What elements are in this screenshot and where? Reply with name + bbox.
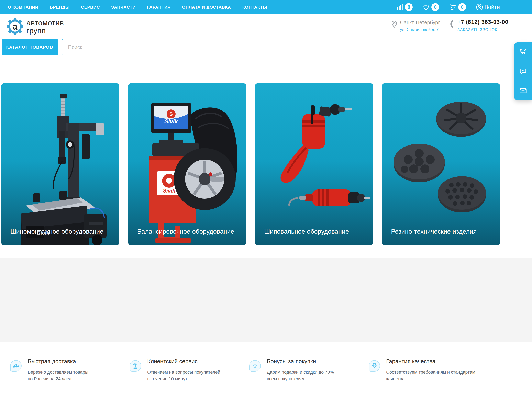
feature-title: Бонусы за покупки bbox=[267, 358, 334, 365]
category-card-tire-mounting[interactable]: Sivik Шиномонтажное оборудование bbox=[1, 83, 119, 245]
favorites-count-badge: 0 bbox=[432, 3, 439, 11]
topbar-actions: 0 0 0 bbox=[396, 0, 500, 14]
category-card-studding[interactable]: Шиповальное оборудование bbox=[255, 83, 373, 245]
callback-link[interactable]: ЗАКАЗАТЬ ЗВОНОК bbox=[457, 28, 508, 32]
category-card-rubber-products[interactable]: Резино-технические изделия bbox=[382, 83, 500, 245]
chat-icon bbox=[519, 67, 527, 75]
logo-line-2: групп bbox=[26, 27, 64, 35]
top-bar: О КОМПАНИИ БРЕНДЫ СЕРВИС ЗАПЧАСТИ ГАРАНТ… bbox=[0, 0, 532, 14]
category-label: Шиповальное оборудование bbox=[264, 228, 349, 235]
feature-fast-delivery: Быстрая доставка Бережно доставляем това… bbox=[10, 358, 125, 382]
gear-logo-icon: a bbox=[6, 17, 24, 36]
email-float-button[interactable] bbox=[514, 81, 532, 100]
wheel-balancer-image: S Sivik Sivik bbox=[128, 83, 246, 245]
floating-contact-panel bbox=[514, 42, 532, 100]
feature-line-1: Соответствуем требованиям и стандартам bbox=[386, 369, 475, 375]
studding-guns-image bbox=[255, 83, 373, 245]
compare-count-badge: 0 bbox=[405, 3, 413, 11]
search-input[interactable] bbox=[62, 39, 502, 55]
page: О КОМПАНИИ БРЕНДЫ СЕРВИС ЗАПЧАСТИ ГАРАНТ… bbox=[0, 0, 532, 396]
compare-icon bbox=[396, 4, 403, 11]
phone-icon bbox=[449, 20, 454, 32]
feature-line-2: качества bbox=[386, 375, 475, 382]
diamond-icon bbox=[369, 360, 380, 372]
cart-count-badge: 0 bbox=[458, 3, 466, 11]
feature-purchase-bonuses: Бонусы за покупки Дарим подарки и скидки… bbox=[249, 358, 364, 382]
nav-contacts[interactable]: КОНТАКТЫ bbox=[242, 5, 267, 10]
header: a автомотив групп Санкт-Петербург ул. Са… bbox=[0, 14, 532, 39]
brand-carousel: HUNTER Engineering Company ( BEISSBARTH … bbox=[0, 258, 532, 342]
gift-in-hand-icon bbox=[130, 360, 141, 372]
category-label: Балансировочное оборудование bbox=[137, 228, 234, 235]
svg-text:Sivik: Sivik bbox=[164, 118, 178, 125]
chat-float-button[interactable] bbox=[514, 62, 532, 81]
compare-button[interactable]: 0 bbox=[396, 3, 413, 11]
feature-title: Гарантия качества bbox=[386, 358, 475, 365]
cart-button[interactable]: 0 bbox=[449, 3, 466, 11]
login-label: Войти bbox=[484, 4, 500, 10]
feature-line-1: Дарим подарки и скидки до 70% bbox=[267, 369, 334, 375]
feature-title: Клиентский сервис bbox=[147, 358, 220, 365]
feature-line-1: Бережно доставляем товары bbox=[28, 369, 88, 375]
incoming-call-icon bbox=[519, 48, 527, 56]
tire-changer-image: Sivik bbox=[1, 83, 119, 245]
feature-quality-guarantee: Гарантия качества Соответствуем требован… bbox=[369, 358, 484, 382]
nav-about[interactable]: О КОМПАНИИ bbox=[8, 5, 38, 10]
phone-number[interactable]: +7 (812) 363-03-00 bbox=[457, 19, 508, 25]
company-logo[interactable]: a автомотив групп bbox=[6, 17, 64, 36]
category-card-balancing[interactable]: S Sivik Sivik bbox=[128, 83, 246, 245]
city-label[interactable]: Санкт-Петербург bbox=[400, 19, 440, 25]
top-nav: О КОМПАНИИ БРЕНДЫ СЕРВИС ЗАПЧАСТИ ГАРАНТ… bbox=[8, 5, 267, 10]
feature-line-2: по России за 24 часа bbox=[28, 375, 88, 382]
feature-line-2: всем покупателям bbox=[267, 375, 334, 382]
logo-line-1: автомотив bbox=[26, 19, 64, 27]
category-label: Резино-технические изделия bbox=[391, 228, 477, 235]
svg-text:a: a bbox=[13, 22, 18, 31]
delivery-truck-icon bbox=[10, 360, 22, 372]
catalog-button[interactable]: КАТАЛОГ ТОВАРОВ bbox=[2, 39, 58, 55]
location-block: Санкт-Петербург ул. Самойловой д. 7 bbox=[391, 19, 440, 32]
feature-line-2: в течение 10 минут bbox=[147, 375, 220, 382]
map-pin-icon bbox=[391, 20, 397, 32]
address-link[interactable]: ул. Самойловой д. 7 bbox=[400, 27, 440, 32]
nav-warranty[interactable]: ГАРАНТИЯ bbox=[147, 5, 171, 10]
category-cards: Sivik Шиномонтажное оборудование S Sivik bbox=[1, 83, 500, 245]
logo-text: автомотив групп bbox=[26, 19, 64, 35]
rubber-pads-image bbox=[382, 83, 500, 245]
support-agent-icon bbox=[249, 360, 261, 372]
favorites-button[interactable]: 0 bbox=[422, 3, 439, 11]
mail-icon bbox=[519, 87, 527, 95]
nav-payment-delivery[interactable]: ОПЛАТА И ДОСТАВКА bbox=[182, 5, 231, 10]
heart-icon bbox=[422, 4, 430, 11]
nav-brands[interactable]: БРЕНДЫ bbox=[50, 5, 70, 10]
svg-text:S: S bbox=[169, 111, 173, 117]
login-button[interactable]: Войти bbox=[476, 3, 500, 11]
phone-block: +7 (812) 363-03-00 ЗАКАЗАТЬ ЗВОНОК bbox=[449, 19, 508, 32]
cart-icon bbox=[449, 4, 457, 11]
category-label: Шиномонтажное оборудование bbox=[10, 228, 103, 235]
feature-title: Быстрая доставка bbox=[28, 358, 88, 365]
svg-text:Sivik: Sivik bbox=[163, 188, 176, 194]
nav-service[interactable]: СЕРВИС bbox=[81, 5, 100, 10]
feature-line-1: Отвечаем на вопросы покупателей bbox=[147, 369, 220, 375]
callback-float-button[interactable] bbox=[514, 42, 532, 62]
feature-customer-service: Клиентский сервис Отвечаем на вопросы по… bbox=[130, 358, 245, 382]
nav-parts[interactable]: ЗАПЧАСТИ bbox=[111, 5, 136, 10]
user-icon bbox=[476, 3, 483, 11]
